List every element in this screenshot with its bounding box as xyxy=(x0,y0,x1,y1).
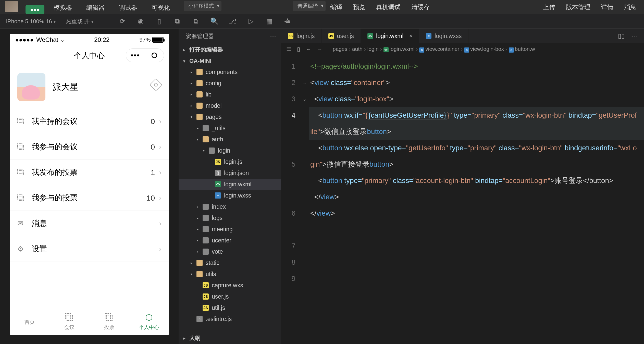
tree-node[interactable]: <>login.wxml xyxy=(179,179,281,190)
tabbar-item[interactable]: ⿻会议 xyxy=(49,308,89,335)
chevron-right-icon: › xyxy=(159,194,161,202)
tab-file-icon: <> xyxy=(367,33,373,39)
toolbar-action[interactable]: 版本管理 xyxy=(566,3,590,11)
tabbar-item[interactable]: 首页 xyxy=(10,308,49,335)
tabbar-item[interactable]: ⬡个人中心 xyxy=(129,308,169,335)
tree-node[interactable]: ○.eslintrc.js xyxy=(179,313,281,325)
split-icon[interactable]: ▯▯ xyxy=(618,32,625,40)
tree-node[interactable]: ▸_utils xyxy=(179,122,281,134)
tree-node[interactable]: ▸index xyxy=(179,201,281,212)
forward-icon[interactable]: → xyxy=(317,46,323,53)
copy-icon[interactable]: ⧉ xyxy=(174,18,181,25)
files-icon[interactable]: ⧉ xyxy=(192,18,200,25)
toolbar-action[interactable]: 消息 xyxy=(624,3,636,11)
list-item[interactable]: ⿻我发布的投票1› xyxy=(10,160,169,185)
simulator-toolbar: iPhone 5 100% 16▾ 热重载 开▾ ⟳ ◉ ▯ ⧉ ⧉ 🔍 ⎇ ▷… xyxy=(0,14,644,29)
tree-node[interactable]: ▾login xyxy=(179,145,281,156)
toolbar-action[interactable]: 上传 xyxy=(543,3,555,11)
hot-reload-select[interactable]: 热重载 开▾ xyxy=(66,18,93,25)
list-item[interactable]: ⿻我参与的投票10› xyxy=(10,185,169,211)
breadcrumb-item[interactable]: view.login-box xyxy=(470,46,504,52)
code-editor[interactable]: 123456789 ⌄⌄ <!--pages/auth/login/login.… xyxy=(281,55,644,344)
tree-node[interactable]: ▸ucenter xyxy=(179,235,281,246)
more-icon[interactable]: ⋯ xyxy=(632,32,638,40)
back-icon[interactable]: ← xyxy=(306,46,311,53)
editor-tab[interactable]: JSlogin.js xyxy=(281,29,322,43)
file-name: components xyxy=(206,69,238,76)
tree-node[interactable]: ▾utils xyxy=(179,268,281,280)
tree-node[interactable]: JSutil.js xyxy=(179,302,281,313)
open-editors-section[interactable]: ▸打开的编辑器 xyxy=(179,44,281,56)
tree-node[interactable]: JSlogin.js xyxy=(179,156,281,167)
file-name: utils xyxy=(206,271,216,278)
tree-node[interactable]: ▸model xyxy=(179,100,281,111)
row-value: 0 xyxy=(151,117,155,126)
close-icon[interactable]: × xyxy=(409,33,412,39)
breadcrumb-item[interactable]: view.container xyxy=(425,46,459,52)
top-tab[interactable]: 模拟器 xyxy=(54,1,72,14)
breadcrumbs[interactable]: ☰ ▯ ← → pages › auth › login › <>login.w… xyxy=(281,43,644,55)
tree-node[interactable]: JSuser.js xyxy=(179,291,281,302)
search-icon[interactable]: 🔍 xyxy=(211,18,218,25)
menu-icon[interactable]: ••• xyxy=(126,51,145,59)
debug-icon[interactable]: ▷ xyxy=(247,18,255,25)
device-select[interactable]: iPhone 5 100% 16▾ xyxy=(6,18,56,25)
close-mini-icon[interactable] xyxy=(145,53,164,58)
branch-icon[interactable]: ⎇ xyxy=(229,18,236,25)
toolbar-action[interactable]: 编译 xyxy=(330,3,342,11)
top-tab[interactable]: 可视化 xyxy=(152,1,170,14)
refresh-icon[interactable]: ⟳ xyxy=(119,18,126,25)
docker-icon[interactable]: ⛴ xyxy=(284,18,291,25)
editor-tab[interactable]: ≡login.wxss xyxy=(419,29,468,43)
project-root[interactable]: ▾OA-MINI xyxy=(179,56,281,66)
toolbar-action[interactable]: 预览 xyxy=(353,3,365,11)
tree-node[interactable]: ≡login.wxss xyxy=(179,190,281,201)
avatar[interactable] xyxy=(17,73,45,101)
tree-node[interactable]: ▾pages xyxy=(179,111,281,122)
tree-node[interactable]: ▾auth xyxy=(179,134,281,145)
list-item[interactable]: ⿻我主持的会议0› xyxy=(10,109,169,134)
tree-node[interactable]: ▸components xyxy=(179,66,281,78)
tree-node[interactable]: ▸static xyxy=(179,257,281,268)
breadcrumb-item[interactable]: login.wxml xyxy=(390,46,415,52)
list-icon[interactable]: ☰ xyxy=(286,46,291,53)
list-item[interactable]: ✉消息› xyxy=(10,211,169,236)
tree-node[interactable]: ▸lib xyxy=(179,89,281,100)
top-tab[interactable]: 编辑器 xyxy=(86,1,105,14)
explorer-more-icon[interactable]: ⋯ xyxy=(270,33,276,40)
phone-icon[interactable]: ▯ xyxy=(156,18,163,25)
file-name: login.js xyxy=(224,158,242,165)
tree-node[interactable]: {}login.json xyxy=(179,167,281,179)
breadcrumb-item[interactable]: login xyxy=(367,46,378,52)
mode-dropdown[interactable]: 小程序模式 xyxy=(184,1,221,11)
tab-label: 会议 xyxy=(64,324,75,331)
battery-icon xyxy=(152,37,164,43)
list-item[interactable]: ⚙设置› xyxy=(10,236,169,262)
toolbar-action[interactable]: 清缓存 xyxy=(411,3,430,11)
tree-node[interactable]: JScapture.wxs xyxy=(179,280,281,291)
tree-node[interactable]: ▸vote xyxy=(179,246,281,257)
file-icon xyxy=(203,204,209,210)
breadcrumb-item[interactable]: pages xyxy=(333,46,347,52)
editor-tab[interactable]: <>login.wxml× xyxy=(361,29,419,43)
list-item[interactable]: ⿻我参与的会议0› xyxy=(10,134,169,160)
tree-node[interactable]: ▸config xyxy=(179,78,281,89)
ext-icon[interactable]: ▦ xyxy=(266,18,273,25)
top-tab[interactable]: 调试器 xyxy=(119,1,137,14)
capsule[interactable]: ••• xyxy=(126,48,164,62)
outline-section[interactable]: ▸大纲 xyxy=(179,332,281,344)
breadcrumb-item[interactable]: button.w xyxy=(515,46,535,52)
toolbar-action[interactable]: 详情 xyxy=(601,3,613,11)
record-icon[interactable]: ◉ xyxy=(137,18,144,25)
row-icon: ⚙ xyxy=(17,245,26,253)
tabbar-item[interactable]: ⿻投票 xyxy=(89,308,129,335)
file-name: index xyxy=(212,203,226,210)
compile-dropdown[interactable]: 普通编译 xyxy=(293,1,326,11)
tree-node[interactable]: ▸logs xyxy=(179,212,281,224)
bookmark-icon[interactable]: ▯ xyxy=(297,46,300,53)
breadcrumb-item[interactable]: auth xyxy=(352,46,363,52)
tree-node[interactable]: ▸meeting xyxy=(179,224,281,235)
toolbar-action[interactable]: 真机调试 xyxy=(376,3,401,11)
editor-tab[interactable]: JSuser.js xyxy=(322,29,361,43)
settings-icon[interactable] xyxy=(149,78,162,91)
